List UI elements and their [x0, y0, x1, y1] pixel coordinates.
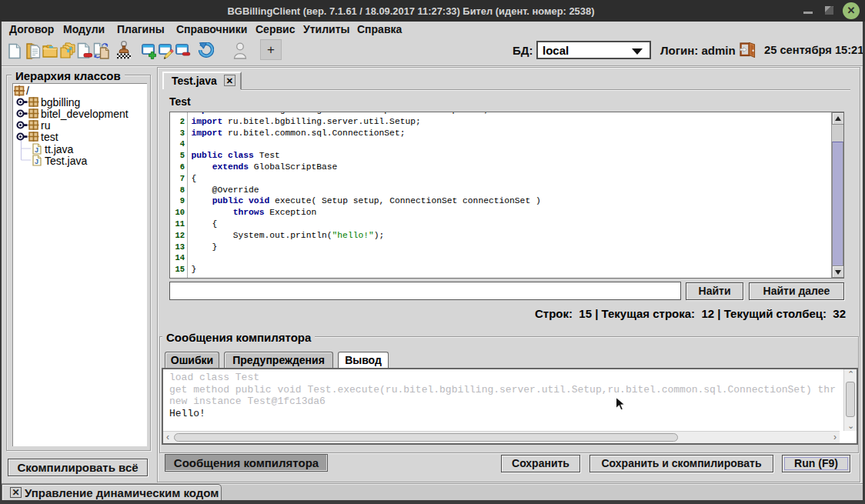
- svg-text:J: J: [35, 158, 38, 165]
- svg-text:J: J: [35, 146, 38, 154]
